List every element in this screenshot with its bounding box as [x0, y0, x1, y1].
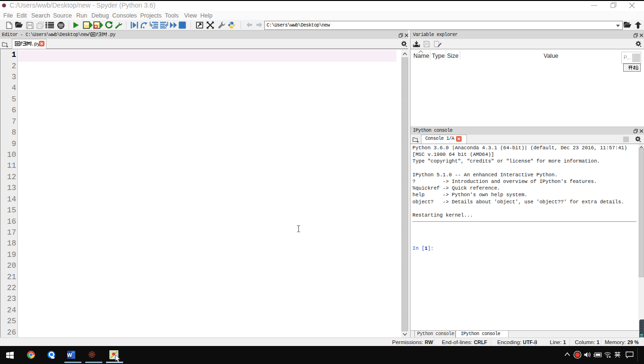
- svg-text:W: W: [67, 352, 72, 358]
